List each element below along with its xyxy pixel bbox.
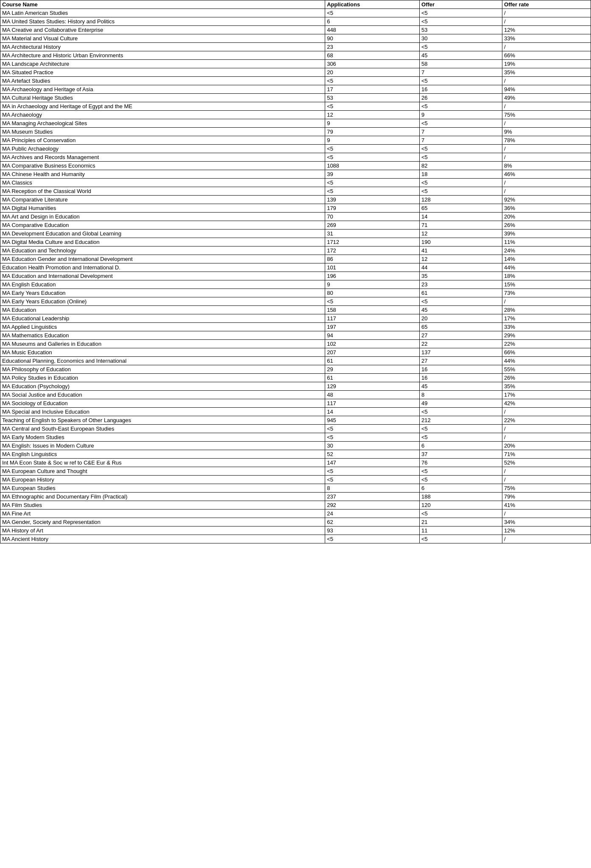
table-row: Teaching of English to Speakers of Other… — [0, 416, 591, 425]
course-name-cell: MA Sociology of Education — [0, 399, 325, 408]
course-name-cell: MA Museums and Galleries in Education — [0, 340, 325, 348]
table-row: MA Education (Psychology)1294535% — [0, 382, 591, 391]
offer-cell: <5 — [420, 119, 502, 128]
course-name-cell: MA Situated Practice — [0, 68, 325, 77]
applications-cell: 237 — [325, 493, 420, 501]
applications-cell: 129 — [325, 382, 420, 391]
applications-cell: 29 — [325, 365, 420, 374]
offer-cell: 7 — [420, 68, 502, 77]
table-row: MA Architectural History23<5/ — [0, 43, 591, 51]
offer-cell: 120 — [420, 501, 502, 510]
offer-rate-cell: 44% — [502, 263, 591, 272]
offer-cell: 45 — [420, 51, 502, 60]
course-name-cell: MA English Education — [0, 280, 325, 289]
offer-cell: 65 — [420, 323, 502, 331]
offer-cell: <5 — [420, 179, 502, 187]
course-name-cell: MA Central and South-East European Studi… — [0, 425, 325, 433]
table-row: MA Sociology of Education1174942% — [0, 399, 591, 408]
table-row: MA European Culture and Thought<5<5/ — [0, 467, 591, 476]
applications-cell: 101 — [325, 263, 420, 272]
course-name-cell: MA Educational Leadership — [0, 314, 325, 323]
table-row: MA Museum Studies7979% — [0, 128, 591, 136]
course-name-cell: MA Archaeology — [0, 111, 325, 119]
course-name-cell: MA Education and International Developme… — [0, 272, 325, 280]
offer-rate-cell: 9% — [502, 128, 591, 136]
course-name-cell: MA Education Gender and International De… — [0, 255, 325, 263]
offer-rate-cell: / — [502, 187, 591, 196]
offer-cell: 7 — [420, 136, 502, 145]
offer-cell: <5 — [420, 467, 502, 476]
applications-cell: 86 — [325, 255, 420, 263]
applications-cell: 448 — [325, 26, 420, 34]
table-row: MA Early Years Education (Online)<5<5/ — [0, 297, 591, 306]
applications-cell: <5 — [325, 433, 420, 442]
table-row: MA Classics<5<5/ — [0, 179, 591, 187]
course-name-cell: MA Digital Media Culture and Education — [0, 238, 325, 246]
table-row: MA English: Issues in Modern Culture3062… — [0, 442, 591, 450]
offer-cell: <5 — [420, 153, 502, 162]
offer-cell: 35 — [420, 272, 502, 280]
offer-rate-cell: / — [502, 102, 591, 111]
offer-cell: 71 — [420, 221, 502, 230]
offer-rate-cell: 26% — [502, 221, 591, 230]
offer-cell: <5 — [420, 433, 502, 442]
applications-cell: 62 — [325, 518, 420, 526]
offer-cell: 27 — [420, 331, 502, 340]
course-name-cell: MA English: Issues in Modern Culture — [0, 442, 325, 450]
table-row: MA Cultural Heritage Studies532649% — [0, 94, 591, 102]
table-row: MA Educational Leadership1172017% — [0, 314, 591, 323]
offer-rate-cell: 44% — [502, 357, 591, 365]
course-name-cell: MA Artefact Studies — [0, 77, 325, 85]
offer-rate-cell: 28% — [502, 306, 591, 314]
applications-cell: 8 — [325, 484, 420, 493]
course-name-cell: MA Mathematics Education — [0, 331, 325, 340]
course-name-cell: MA Art and Design in Education — [0, 213, 325, 221]
offer-cell: 23 — [420, 280, 502, 289]
offer-cell: 137 — [420, 348, 502, 357]
table-row: MA Education Gender and International De… — [0, 255, 591, 263]
offer-rate-cell: 12% — [502, 526, 591, 535]
applications-cell: 945 — [325, 416, 420, 425]
offer-cell: 41 — [420, 246, 502, 255]
table-row: Int MA Econ State & Soc w ref to C&E Eur… — [0, 459, 591, 467]
applications-cell: 102 — [325, 340, 420, 348]
course-name-cell: MA Education (Psychology) — [0, 382, 325, 391]
course-name-cell: MA Comparative Business Economics — [0, 162, 325, 170]
offer-cell: 11 — [420, 526, 502, 535]
applications-cell: 147 — [325, 459, 420, 467]
table-row: MA Chinese Health and Humanity391846% — [0, 170, 591, 179]
courses-table: Course NameApplicationsOfferOffer rate M… — [0, 0, 591, 543]
applications-cell: 117 — [325, 314, 420, 323]
offer-rate-cell: 33% — [502, 323, 591, 331]
offer-rate-cell: 75% — [502, 484, 591, 493]
table-row: MA Comparative Education2697126% — [0, 221, 591, 230]
offer-rate-cell: 42% — [502, 399, 591, 408]
table-row: MA Art and Design in Education701420% — [0, 213, 591, 221]
offer-rate-cell: 71% — [502, 450, 591, 459]
table-row: MA English Education92315% — [0, 280, 591, 289]
table-row: MA Museums and Galleries in Education102… — [0, 340, 591, 348]
offer-cell: 44 — [420, 263, 502, 272]
offer-cell: 49 — [420, 399, 502, 408]
offer-rate-cell: / — [502, 179, 591, 187]
offer-rate-cell: 17% — [502, 314, 591, 323]
applications-cell: 61 — [325, 357, 420, 365]
offer-rate-cell: / — [502, 17, 591, 26]
table-row: MA Philosophy of Education291655% — [0, 365, 591, 374]
table-row: MA Landscape Architecture3065819% — [0, 60, 591, 68]
course-name-cell: MA European Studies — [0, 484, 325, 493]
offer-cell: 26 — [420, 94, 502, 102]
applications-cell: 20 — [325, 68, 420, 77]
course-name-cell: MA Chinese Health and Humanity — [0, 170, 325, 179]
course-name-cell: MA Music Education — [0, 348, 325, 357]
offer-rate-cell: / — [502, 425, 591, 433]
offer-rate-cell: 26% — [502, 374, 591, 382]
offer-cell: 188 — [420, 493, 502, 501]
table-row: MA Comparative Literature13912892% — [0, 196, 591, 204]
offer-rate-cell: / — [502, 476, 591, 484]
table-row: MA in Archaeology and Heritage of Egypt … — [0, 102, 591, 111]
table-row: MA Policy Studies in Education611626% — [0, 374, 591, 382]
offer-cell: 14 — [420, 213, 502, 221]
table-row: MA Early Modern Studies<5<5/ — [0, 433, 591, 442]
course-name-cell: MA History of Art — [0, 526, 325, 535]
